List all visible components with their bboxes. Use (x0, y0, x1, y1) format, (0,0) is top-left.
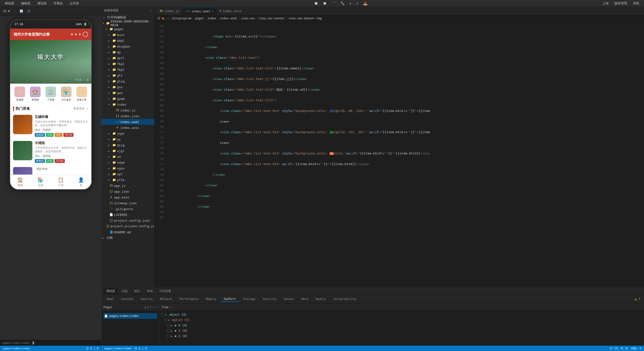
menu-upload[interactable]: 上传 (602, 1, 610, 6)
tree-buzz[interactable]: ▶ 📁 buzz (102, 32, 154, 38)
food-card-1[interactable]: 木桶饭 大米来用东北大大米，优就有光泽、超值+口感细软，美品本磁多样。 地址：紫… (10, 139, 91, 165)
toolbar-icon-3[interactable]: 📱 (332, 2, 336, 5)
item0-expand[interactable]: ▶ (171, 324, 174, 327)
panel-tab-appdata[interactable]: AppData (220, 296, 239, 302)
nav-item-order[interactable]: 📋 订单 (58, 177, 64, 187)
devtools-tab-issues[interactable]: 问题 (119, 288, 130, 294)
devtools-tab-quality[interactable]: 代码质量 (156, 288, 174, 294)
toolbar-icon-5[interactable]: ⬆ (350, 2, 351, 5)
menu-version[interactable]: 版本管理 (614, 1, 628, 6)
breadcrumb-navbanner[interactable]: view.nav-banner (258, 17, 285, 20)
nav-item-me[interactable]: 👤 我 (78, 177, 84, 187)
panel-tab-wxml[interactable]: Wxml (104, 296, 117, 302)
toolbar-version[interactable]: 16 ▼ (3, 10, 10, 13)
nav-item-shop[interactable]: 🏪 店铺 (38, 177, 44, 187)
tree-outline[interactable]: ▶ 大纲 (102, 235, 154, 241)
devtools-tab-debugger[interactable]: 调试器 (104, 288, 118, 294)
food-card-0[interactable]: 瓦罐快餐 瓦罐出道出来美味，淳厚的食名，荷莲单又方便，适合在轻餐时午餐吃用。 地… (10, 113, 91, 139)
menu-debugger[interactable]: 调试器 (36, 1, 48, 6)
tree-project-private[interactable]: {} project.private.config.js... (102, 223, 154, 229)
breadcrumb-pages[interactable]: pages (195, 17, 204, 20)
tree-app-json[interactable]: {} app.json (102, 188, 154, 194)
item2-expand[interactable]: ▶ (171, 335, 174, 338)
tree-index-json[interactable]: {} index.json (102, 113, 154, 119)
toolbar-icon-2[interactable]: ⏺ (323, 1, 327, 6)
wxml-close-icon[interactable]: ✕ (212, 10, 214, 13)
breadcrumb-index-dir[interactable]: index (208, 17, 216, 20)
data-checkbox-item2[interactable] (167, 334, 170, 338)
tree-project-config[interactable]: {} project.config.json (102, 218, 154, 223)
devtools-tab-terminal[interactable]: 终端 (144, 288, 156, 294)
panel-tab-memory[interactable]: Memory (202, 296, 220, 302)
section-more[interactable]: 查看更多 > (73, 106, 88, 111)
toolbar-compile[interactable]: ⬛ (27, 10, 31, 13)
tree-yftk[interactable]: ▶ 📁 yftk (102, 177, 154, 183)
menu-details[interactable]: 详情 (632, 1, 640, 6)
breadcrumb-back-icon[interactable]: ← (166, 17, 168, 20)
data-checkbox-object[interactable] (162, 313, 164, 316)
panel-tab-network[interactable]: Network (156, 296, 176, 302)
panel-tab-console[interactable]: Console (118, 296, 137, 302)
panel-tab-storage[interactable]: Storage (240, 296, 259, 302)
panel-tab-security[interactable]: Security (259, 296, 280, 302)
tree-xdym[interactable]: ▶ 📁 xdym (102, 160, 154, 165)
menu-simulator[interactable]: 模拟器 (4, 1, 15, 6)
tree-root[interactable]: ▼ 📁 DINING-ROOM-ORDERING-MAIN (102, 20, 154, 26)
tab-index-wxss[interactable]: # index.wxss (217, 7, 245, 16)
pages-nav-icon[interactable]: ⤴ (150, 305, 152, 309)
devtools-tab-output[interactable]: 输出 (132, 288, 143, 294)
phone-icon-0[interactable]: 🏛 玫瑰园 (14, 86, 25, 102)
tree-index-wxss[interactable]: # index.wxss (102, 125, 154, 130)
tree-sjgl[interactable]: ▶ 📁 sjgl (102, 148, 154, 154)
data-row-item2[interactable]: ▶ ▶ 2 {4} (160, 333, 644, 339)
pages-back-icon[interactable]: ↶ (152, 305, 154, 309)
toolbar-icon-6[interactable]: ⬇ (356, 2, 358, 5)
pages-forward-icon[interactable]: ↷ (156, 305, 157, 309)
breadcrumb-navbannerimg[interactable]: view.nav-banner-img (288, 17, 322, 20)
tree-app-js[interactable]: JS app.js (102, 183, 154, 188)
tree-glt[interactable]: ▶ 📁 glt (102, 72, 154, 78)
phone-icon-2[interactable]: 🏢 丁香园 (46, 86, 56, 102)
tree-ddgl[interactable]: ▶ 📁 ddgl (102, 38, 154, 44)
tree-xd[interactable]: ▶ 📁 xd (102, 154, 154, 160)
tree-selector[interactable]: Tree ▾ (162, 306, 171, 309)
tree-index-wxml[interactable]: </> index.wxml (102, 119, 154, 125)
toolbar-icon-4[interactable]: 🔧 (340, 2, 344, 5)
breadcrumb-forward-icon[interactable]: → (168, 17, 170, 20)
breadcrumb-miniprogram[interactable]: miniprogram (172, 17, 191, 20)
data-row-object[interactable]: ▼ object {4} (160, 312, 644, 318)
tree-gitignore[interactable]: ⬡ .gitignore (102, 206, 154, 212)
tree-fbgl[interactable]: ▶ 📁 fbgl (102, 61, 154, 67)
tree-my[interactable]: ▶ 📁 my (102, 136, 154, 142)
tree-dpfl[interactable]: ▶ 📁 dpfl (102, 55, 154, 61)
pages-add-icon[interactable]: + (147, 305, 149, 309)
tree-xpl[interactable]: ▶ 📁 xpl (102, 171, 154, 177)
breadcrumb-viewnav[interactable]: view.nav (241, 17, 255, 20)
data-row-item0[interactable]: ▶ ▶ 0 {4} (160, 323, 644, 328)
phone-icon-1[interactable]: 🏫 紫荆园 (30, 86, 40, 102)
panel-tab-audits[interactable]: Audits (312, 296, 330, 302)
file-tree-menu-icon[interactable]: ⋯ (150, 9, 152, 12)
object-expand[interactable]: ▼ (165, 314, 168, 316)
phone-icon-3[interactable]: 🏪 京元食堂 (61, 86, 72, 102)
toolbar-icon-1[interactable]: ⏹ (314, 1, 318, 6)
toolbar-refresh[interactable]: 🔄 (20, 10, 23, 13)
data-checkbox-item1[interactable] (167, 329, 170, 332)
tree-app-wxss[interactable]: # app.wxss (102, 194, 154, 200)
tree-sitemap[interactable]: {} sitemap.json (102, 200, 154, 206)
phone-icon-4[interactable]: 🍽 美食分享 (76, 86, 87, 102)
tab-index-js[interactable]: JS index.js (156, 7, 182, 16)
menu-cloud[interactable]: 云开发 (69, 1, 80, 6)
data-checkbox-mglist[interactable] (164, 318, 167, 322)
tree-license[interactable]: 📄 LICENSE (102, 212, 154, 218)
data-row-item1[interactable]: ▶ ▶ 1 {4} (160, 328, 644, 333)
pages-current-page[interactable]: 📄 pages/index/index (104, 313, 157, 319)
tree-index-folder[interactable]: ▼ 📁 index (102, 102, 154, 107)
tree-pages[interactable]: ▼ 📁 pages (102, 26, 154, 32)
data-checkbox-item0[interactable] (167, 324, 170, 327)
breadcrumb-bookmark-icon[interactable]: 🔖 (161, 17, 165, 20)
food-card-2[interactable]: 淮扑半年 (10, 165, 91, 175)
tree-dingdan[interactable]: ▶ 📁 dingdan (102, 44, 154, 49)
toolbar-icon-7[interactable]: 📤 (363, 2, 367, 5)
tree-dp[interactable]: ▶ 📁 dp (102, 49, 154, 55)
